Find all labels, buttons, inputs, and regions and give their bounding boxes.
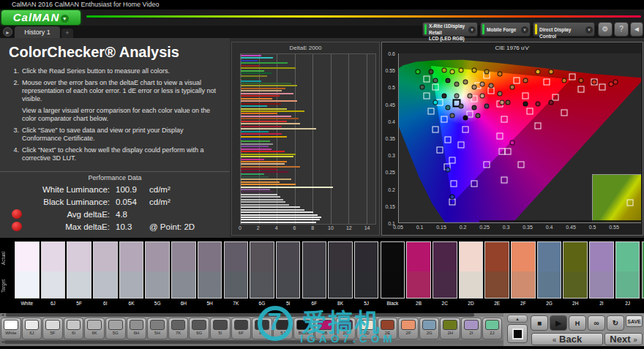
- deltae-bar[interactable]: [241, 146, 269, 147]
- comparator-swatch[interactable]: 5F: [67, 241, 91, 311]
- deltae-bar[interactable]: [241, 128, 316, 130]
- comparator-swatch[interactable]: 2I: [589, 241, 614, 311]
- measured-point[interactable]: [488, 83, 493, 88]
- patch-button-2J[interactable]: 2J: [482, 318, 503, 339]
- deltae-bar[interactable]: [241, 171, 288, 173]
- deltae-bar[interactable]: [241, 108, 287, 110]
- deltae-bar[interactable]: [241, 113, 277, 114]
- scrollbar-thumb[interactable]: [4, 340, 354, 344]
- target-square[interactable]: [449, 157, 456, 163]
- continuous-read-button[interactable]: ∞: [588, 315, 605, 331]
- patch-button-5F[interactable]: 5F: [42, 318, 63, 339]
- patch-button-8K[interactable]: 8K: [252, 318, 272, 339]
- measured-point[interactable]: [548, 100, 553, 105]
- measured-point[interactable]: [497, 71, 502, 76]
- pattern-window-button[interactable]: [507, 324, 528, 343]
- target-square[interactable]: [484, 162, 490, 168]
- patch-button-6G[interactable]: 6G: [189, 318, 209, 339]
- measured-point[interactable]: [463, 115, 468, 120]
- patch-button-2H[interactable]: 2H: [440, 318, 460, 339]
- target-square[interactable]: [445, 136, 452, 143]
- measured-point[interactable]: [454, 93, 460, 98]
- measured-point[interactable]: [420, 85, 425, 90]
- deltae-bar[interactable]: [241, 133, 282, 135]
- measured-point[interactable]: [463, 80, 468, 85]
- target-square[interactable]: [526, 108, 533, 114]
- deltae-bar[interactable]: [241, 110, 304, 112]
- deltae-bar[interactable]: [241, 121, 287, 122]
- target-square[interactable]: [501, 177, 507, 184]
- deltae-bar[interactable]: [241, 143, 273, 145]
- deltae-bar[interactable]: [241, 154, 296, 155]
- measured-point[interactable]: [480, 81, 485, 86]
- deltae-bar[interactable]: [241, 181, 280, 183]
- measured-point[interactable]: [484, 70, 490, 75]
- target-square[interactable]: [427, 108, 434, 114]
- patch-button-5H[interactable]: 5H: [147, 318, 168, 339]
- comparator-swatch[interactable]: White: [15, 241, 40, 311]
- deltae-bar[interactable]: [241, 149, 272, 150]
- deltae-plot-area[interactable]: [240, 53, 376, 225]
- deltae-bar[interactable]: [241, 194, 277, 195]
- patch-button-2I[interactable]: 2I: [461, 318, 482, 339]
- measured-point[interactable]: [446, 78, 451, 83]
- deltae-bar[interactable]: [241, 116, 291, 117]
- measured-point[interactable]: [510, 85, 515, 90]
- measured-point[interactable]: [441, 93, 446, 98]
- deltae-bar[interactable]: [241, 105, 267, 107]
- measured-point[interactable]: [450, 113, 455, 119]
- loop-read-button[interactable]: ↻: [607, 315, 624, 331]
- deltae-bar[interactable]: [241, 184, 296, 185]
- comparator-swatch[interactable]: 6F: [302, 241, 327, 311]
- measured-point[interactable]: [471, 85, 476, 90]
- target-square[interactable]: [498, 148, 505, 154]
- collapse-panel-button[interactable]: ◄: [630, 22, 643, 37]
- patch-button-2D[interactable]: 2D: [356, 318, 377, 339]
- display-control-selector[interactable]: Direct Display Control ▼: [533, 22, 595, 37]
- deltae-bar[interactable]: [241, 156, 293, 157]
- deltae-bar[interactable]: [241, 131, 269, 132]
- comparator-swatch[interactable]: 2C: [433, 241, 457, 311]
- target-square[interactable]: [535, 123, 542, 130]
- deltae-bar[interactable]: [241, 100, 297, 102]
- measured-point[interactable]: [471, 68, 476, 73]
- deltae-bar[interactable]: [241, 204, 289, 206]
- patch-button-5I[interactable]: 5I: [210, 318, 231, 339]
- deltae-bar[interactable]: [241, 214, 318, 216]
- measured-point[interactable]: [441, 68, 446, 73]
- measured-point[interactable]: [416, 70, 421, 75]
- deltae-bar[interactable]: [241, 60, 258, 61]
- patch-button-2G[interactable]: 2G: [419, 318, 440, 339]
- measured-point[interactable]: [506, 100, 511, 105]
- comparator-swatch[interactable]: 6H: [171, 241, 196, 311]
- measured-point[interactable]: [428, 70, 433, 75]
- measured-point[interactable]: [446, 168, 451, 173]
- target-square[interactable]: [552, 94, 558, 101]
- deltae-bar[interactable]: [241, 173, 264, 175]
- comparator-swatch[interactable]: 5H: [198, 241, 222, 311]
- measured-point[interactable]: [591, 80, 596, 85]
- deltae-bar[interactable]: [241, 118, 299, 119]
- target-square[interactable]: [517, 162, 524, 168]
- comparator-swatch[interactable]: 5J: [354, 241, 379, 311]
- deltae-bar[interactable]: [241, 206, 300, 208]
- target-square[interactable]: [424, 75, 430, 82]
- deltae-bar[interactable]: [241, 103, 281, 105]
- save-button[interactable]: SAVE: [626, 315, 643, 327]
- deltae-bar[interactable]: [241, 196, 280, 198]
- deltae-bar[interactable]: [241, 80, 261, 82]
- target-square[interactable]: [471, 180, 477, 187]
- deltae-bar[interactable]: [241, 222, 316, 223]
- deltae-bar[interactable]: [241, 140, 270, 142]
- target-square[interactable]: [449, 199, 456, 206]
- back-button[interactable]: « Back: [531, 333, 603, 345]
- measured-point[interactable]: [497, 91, 502, 97]
- deltae-bar[interactable]: [241, 65, 260, 67]
- patch-button-2C[interactable]: 2C: [336, 318, 356, 339]
- deltae-bar[interactable]: [241, 191, 273, 192]
- target-square[interactable]: [436, 146, 443, 153]
- deltae-bar[interactable]: [241, 159, 264, 160]
- measured-point[interactable]: [471, 105, 476, 110]
- target-square[interactable]: [505, 148, 512, 154]
- pattern-up-button[interactable]: ▲: [507, 315, 528, 323]
